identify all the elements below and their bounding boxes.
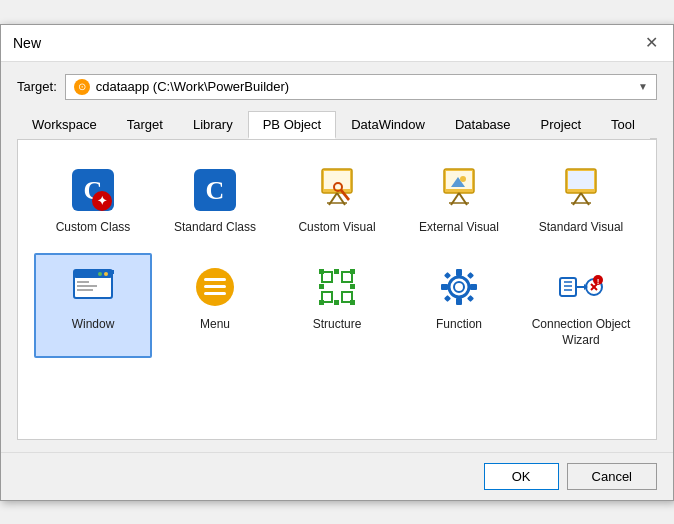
- structure-icon: [313, 263, 361, 311]
- svg-text:!: !: [597, 277, 600, 286]
- custom-visual-label: Custom Visual: [298, 220, 375, 236]
- icon-item-window[interactable]: Window: [34, 253, 152, 358]
- menu-label: Menu: [200, 317, 230, 333]
- target-row: Target: ⊙ cdataapp (C:\Work\PowerBuilder…: [17, 74, 657, 100]
- svg-rect-47: [350, 284, 355, 289]
- svg-rect-45: [334, 300, 339, 305]
- svg-rect-46: [319, 284, 324, 289]
- window-icon: [69, 263, 117, 311]
- new-dialog: New ✕ Target: ⊙ cdataapp (C:\Work\PowerB…: [0, 24, 674, 501]
- target-icon: ⊙: [74, 79, 90, 95]
- menu-icon: [191, 263, 239, 311]
- svg-point-49: [454, 282, 464, 292]
- svg-rect-29: [77, 281, 89, 283]
- svg-rect-42: [319, 300, 324, 305]
- custom-class-icon: C ✦: [69, 166, 117, 214]
- structure-label: Structure: [313, 317, 362, 333]
- connection-object-wizard-icon: !: [557, 263, 605, 311]
- dialog-body: Target: ⊙ cdataapp (C:\Work\PowerBuilder…: [1, 62, 673, 452]
- standard-class-label: Standard Class: [174, 220, 256, 236]
- svg-rect-7: [324, 171, 350, 189]
- standard-visual-label: Standard Visual: [539, 220, 624, 236]
- dialog-title: New: [13, 35, 41, 51]
- svg-rect-56: [444, 295, 451, 302]
- svg-rect-55: [467, 272, 474, 279]
- svg-point-27: [104, 272, 108, 276]
- function-label: Function: [436, 317, 482, 333]
- svg-point-28: [98, 272, 102, 276]
- tab-library[interactable]: Library: [178, 111, 248, 139]
- svg-rect-31: [77, 289, 93, 291]
- svg-rect-43: [350, 300, 355, 305]
- chevron-down-icon: ▼: [638, 81, 648, 92]
- target-dropdown-inner: ⊙ cdataapp (C:\Work\PowerBuilder): [74, 79, 289, 95]
- icon-item-connection-object-wizard[interactable]: ! Connection Object Wizard: [522, 253, 640, 358]
- custom-class-label: Custom Class: [56, 220, 131, 236]
- svg-point-15: [460, 176, 466, 182]
- connection-object-wizard-label: Connection Object Wizard: [528, 317, 634, 348]
- icon-item-custom-visual[interactable]: Custom Visual: [278, 156, 396, 246]
- tab-database[interactable]: Database: [440, 111, 526, 139]
- svg-text:C: C: [206, 176, 225, 205]
- svg-rect-35: [204, 292, 226, 295]
- svg-rect-20: [568, 171, 594, 189]
- svg-rect-53: [470, 284, 477, 290]
- svg-rect-51: [456, 298, 462, 305]
- svg-point-48: [449, 277, 469, 297]
- tab-workspace[interactable]: Workspace: [17, 111, 112, 139]
- svg-text:✦: ✦: [97, 194, 107, 208]
- tab-datawindow[interactable]: DataWindow: [336, 111, 440, 139]
- standard-class-icon: C: [191, 166, 239, 214]
- external-visual-label: External Visual: [419, 220, 499, 236]
- svg-rect-50: [456, 269, 462, 276]
- standard-visual-icon: [557, 166, 605, 214]
- icon-item-standard-class[interactable]: C Standard Class: [156, 156, 274, 246]
- svg-rect-57: [467, 295, 474, 302]
- icon-item-external-visual[interactable]: External Visual: [400, 156, 518, 246]
- tab-bar: Workspace Target Library PB Object DataW…: [17, 110, 657, 140]
- svg-rect-26: [76, 270, 114, 274]
- svg-rect-41: [350, 269, 355, 274]
- svg-rect-33: [204, 278, 226, 281]
- tab-target[interactable]: Target: [112, 111, 178, 139]
- dialog-footer: OK Cancel: [1, 452, 673, 500]
- svg-rect-52: [441, 284, 448, 290]
- content-area: C ✦ Custom Class C Sta: [17, 140, 657, 440]
- svg-rect-34: [204, 285, 226, 288]
- title-bar: New ✕: [1, 25, 673, 62]
- icon-item-standard-visual[interactable]: Standard Visual: [522, 156, 640, 246]
- icon-item-menu[interactable]: Menu: [156, 253, 274, 358]
- target-dropdown[interactable]: ⊙ cdataapp (C:\Work\PowerBuilder) ▼: [65, 74, 657, 100]
- close-button[interactable]: ✕: [641, 33, 661, 53]
- tab-pb-object[interactable]: PB Object: [248, 111, 337, 139]
- svg-rect-30: [77, 285, 97, 287]
- svg-rect-44: [334, 269, 339, 274]
- svg-rect-58: [560, 278, 576, 296]
- icons-grid: C ✦ Custom Class C Sta: [34, 156, 640, 359]
- target-label: Target:: [17, 79, 57, 94]
- svg-rect-54: [444, 272, 451, 279]
- tab-tool[interactable]: Tool: [596, 111, 650, 139]
- window-label: Window: [72, 317, 115, 333]
- external-visual-icon: [435, 166, 483, 214]
- ok-button[interactable]: OK: [484, 463, 559, 490]
- svg-rect-40: [319, 269, 324, 274]
- custom-visual-icon: [313, 166, 361, 214]
- icon-item-structure[interactable]: Structure: [278, 253, 396, 358]
- icon-item-custom-class[interactable]: C ✦ Custom Class: [34, 156, 152, 246]
- function-icon: [435, 263, 483, 311]
- target-value: cdataapp (C:\Work\PowerBuilder): [96, 79, 289, 94]
- cancel-button[interactable]: Cancel: [567, 463, 657, 490]
- icon-item-function[interactable]: Function: [400, 253, 518, 358]
- tab-project[interactable]: Project: [526, 111, 596, 139]
